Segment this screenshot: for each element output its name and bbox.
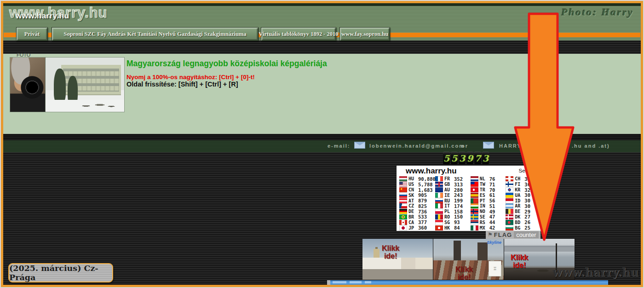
ar-flag-icon <box>506 203 513 208</box>
visit-count: 38 <box>524 176 530 182</box>
refresh-tip-text: Oldal frissítése: [Shift] + [Ctrl] + [R] <box>126 81 238 88</box>
email-address-1[interactable]: lobenwein.harald@gmail.com <box>369 143 465 149</box>
flag-row: DE736 <box>399 209 435 214</box>
country-code: IT <box>444 203 453 208</box>
flag-row: DK27 <box>506 214 541 220</box>
flag-row: JP360 <box>399 225 435 230</box>
country-code: CA <box>408 220 417 225</box>
nav-button-fay-sopron[interactable]: www.fay.sopron.hu <box>339 27 390 41</box>
country-code: TW <box>480 182 489 187</box>
footer-site-logo: www.harry.hu <box>552 265 638 279</box>
cn-flag-icon <box>399 187 407 192</box>
in-flag-icon <box>471 203 478 208</box>
gb-flag-icon <box>435 182 443 187</box>
flag-row: RU199 <box>435 198 471 203</box>
album-link-cz-praga[interactable]: (2025. március) Cz-Prága <box>8 263 113 282</box>
flag-row: RO150 <box>435 214 471 220</box>
country-code: RU <box>444 198 453 203</box>
flag-counter-widget[interactable]: www.harry.hu See HU90,880US5,788CN1,683S… <box>397 166 542 231</box>
portrait-photo[interactable] <box>10 58 45 112</box>
webcam-thumbnail-sopron[interactable]: Klikk ide! <box>362 239 433 280</box>
jp-flag-icon <box>399 225 407 230</box>
country-code: NO <box>480 209 489 214</box>
cz-flag-icon <box>399 203 407 208</box>
ru-flag-icon <box>435 198 443 203</box>
flagcounter-logo[interactable]: ⚑ FLAG counter <box>486 230 540 239</box>
country-code: IE <box>444 193 453 198</box>
visit-count: 51 <box>489 203 495 209</box>
it-flag-icon <box>435 203 443 208</box>
bush-shape <box>72 100 118 110</box>
square-shape <box>362 269 433 280</box>
klikk-ide-link[interactable]: Klikk ide! <box>455 265 473 280</box>
flag-row: FR352 <box>435 176 471 182</box>
bg-flag-icon <box>506 225 513 230</box>
email-label: e-mail: <box>328 143 350 149</box>
envelope-icon <box>354 142 365 149</box>
visit-count: 5,788 <box>418 182 433 187</box>
visit-count: 199 <box>454 198 463 203</box>
country-code: RO <box>444 214 453 219</box>
be-flag-icon <box>506 209 513 214</box>
dark-stripe-band <box>3 40 641 54</box>
horizontal-scrollbar[interactable] <box>330 280 608 285</box>
flag-row: SE47 <box>471 214 506 220</box>
school-photo[interactable] <box>46 58 124 112</box>
flag-counter-see-link[interactable]: See <box>519 168 528 173</box>
flag-row: AT879 <box>399 198 435 203</box>
scrollbar-text-mark <box>333 281 346 283</box>
country-code: BR <box>408 214 417 219</box>
country-code: CN <box>408 187 417 192</box>
counter-digit: 3 <box>459 152 466 164</box>
email-address-2-end[interactable]: .hu and .at) <box>572 143 610 149</box>
webcam-thumbnail-prague-oldtown[interactable]: ♖ Skyline Klikk ide! <box>433 239 504 280</box>
flag-row: PT56 <box>471 198 506 203</box>
flag-row: BG25 <box>506 225 541 230</box>
nav-button-privat[interactable]: Privát <box>16 27 48 41</box>
skyline-label: Skyline <box>487 240 501 245</box>
scrollbar-cap <box>327 280 330 285</box>
flag-row: GB313 <box>435 182 471 187</box>
visit-count: 32 <box>524 187 530 193</box>
flag-column: CH38FI36KR32UA30ID30AR30BE29DK27BD26BG25 <box>506 176 541 230</box>
rs-flag-icon <box>471 220 478 225</box>
tr-flag-icon <box>471 187 478 192</box>
nav-button-tablokonyv[interactable]: Virtuális tablókönyv 1892 - 2010 <box>261 27 336 41</box>
klikk-ide-link[interactable]: Klikk ide! <box>511 253 528 269</box>
country-code: KR <box>515 187 523 192</box>
visit-count: 61 <box>489 192 495 198</box>
flag-row: SG93 <box>435 219 471 225</box>
flag-row: KR32 <box>506 187 541 193</box>
klikk-ide-link[interactable]: Klikk ide! <box>382 244 399 260</box>
visitor-counter: 553973 <box>443 152 489 164</box>
city-skyline-shape <box>504 247 575 252</box>
visit-count: 243 <box>454 192 463 198</box>
au-flag-icon <box>435 187 443 192</box>
fi-flag-icon <box>506 182 513 187</box>
flag-table: HU90,880US5,788CN1,683SK905AT879CZ825DE7… <box>399 176 541 230</box>
email-address-2-start[interactable]: HARRY( <box>499 143 524 149</box>
visit-count: 47 <box>489 214 495 219</box>
flag-row: PL158 <box>435 209 471 214</box>
ro-flag-icon <box>435 214 443 219</box>
visit-count: 36 <box>524 182 530 187</box>
counter-digit: 5 <box>443 152 450 164</box>
flag-row: CN1,683 <box>399 187 435 193</box>
pl-flag-icon <box>435 209 443 214</box>
country-code: FI <box>515 182 523 187</box>
visit-count: 30 <box>524 203 530 209</box>
visit-count: 93 <box>454 219 460 225</box>
tw-flag-icon <box>471 182 478 187</box>
visit-count: 533 <box>418 214 427 219</box>
flag-row: BR533 <box>399 214 435 220</box>
visit-count: 360 <box>418 225 427 230</box>
country-code: SK <box>408 193 417 198</box>
country-code: GB <box>444 182 453 187</box>
tree-shape <box>54 69 66 104</box>
id-flag-icon <box>506 198 513 203</box>
ie-flag-icon <box>435 193 443 198</box>
scrollbar-text-mark <box>365 281 371 283</box>
nav-button-school[interactable]: Soproni SZC Fáy András Két Tanítási Nyel… <box>52 27 259 41</box>
country-code: SG <box>444 220 453 225</box>
country-code: BG <box>515 225 523 230</box>
